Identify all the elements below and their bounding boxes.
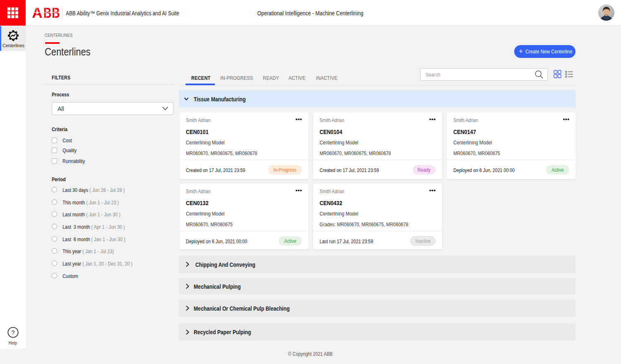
svg-text:?: ? [11,329,14,336]
